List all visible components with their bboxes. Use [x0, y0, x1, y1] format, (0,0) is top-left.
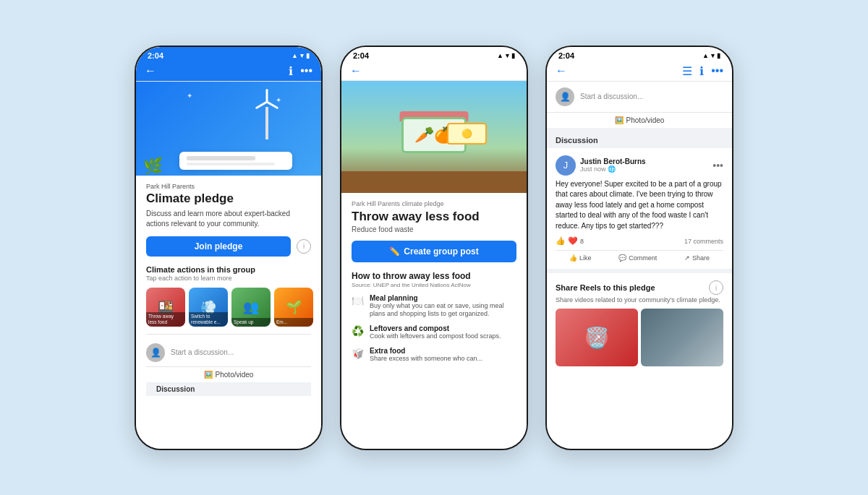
reels-card: Share Reels to this pledge i Share video…	[547, 273, 732, 366]
share-overlay-1: ↗	[586, 327, 608, 348]
photo-video-label-1: Photo/video	[216, 371, 254, 379]
wifi-icon-3: ▾	[711, 52, 715, 59]
phone-3: 2:04 ▲ ▾ ▮ ← ☰ ℹ ••• 👤 Start	[545, 46, 733, 450]
status-bar-2: 2:04 ▲ ▾ ▮	[341, 47, 527, 61]
phone1-content: Park Hill Parents Climate pledge Discuss…	[136, 176, 321, 449]
menu-icon-3[interactable]: ☰	[682, 64, 692, 78]
author-name: Justin Berot-Burns	[580, 158, 646, 165]
meal-title: Meal planning	[370, 294, 516, 302]
tile-energy-label: Switch to renewable e...	[189, 312, 228, 327]
tile-em[interactable]: 🌱 Em...	[274, 288, 313, 327]
reel-bg2	[641, 309, 723, 366]
time-3: 2:04	[558, 51, 574, 60]
nav-bar-3: ← ☰ ℹ •••	[547, 61, 732, 82]
battery-icon: ▮	[306, 52, 310, 59]
compost-desc: Cook with leftovers and compost food scr…	[370, 332, 501, 341]
nav-bar-1: ← ℹ •••	[136, 61, 321, 82]
info-circle-1[interactable]: i	[297, 239, 311, 254]
how-to-item-2: 🥡 Extra food Share excess with someone w…	[352, 347, 516, 363]
reel-thumb-2[interactable]	[641, 309, 723, 366]
status-bar-1: 2:04 ▲ ▾ ▮	[136, 47, 321, 61]
status-icons-3: ▲ ▾ ▮	[702, 52, 720, 59]
group-name-1: Park Hill Parents	[146, 183, 311, 190]
table-surface	[341, 171, 527, 193]
discussion-header-3: Discussion	[547, 132, 732, 148]
hero-card	[179, 152, 292, 170]
tile-speak-label: Speak up	[231, 318, 271, 327]
author-avatar: J	[556, 155, 576, 176]
comment-label: Comment	[629, 254, 657, 262]
extra-food-icon: 🥡	[352, 348, 364, 359]
phone-2: 2:04 ▲ ▾ ▮ ← 🥕🍊 🟡 Park Hill Parents clim…	[340, 46, 528, 450]
photo-video-row-3[interactable]: 🖼️ Photo/video	[547, 113, 732, 132]
start-discussion-3[interactable]: Start a discussion...	[580, 92, 643, 100]
post-input-area: 👤 Start a discussion...	[547, 82, 732, 113]
join-pledge-button[interactable]: Join pledge	[146, 236, 291, 257]
tile-food-label: Throw away less food	[146, 312, 185, 327]
pledge-sub-2: Park Hill Parents climate pledge	[352, 200, 516, 207]
reels-desc: Share videos related to your community's…	[556, 296, 723, 304]
join-pledge-row: Join pledge i	[146, 236, 311, 257]
action-bar: 👍 Like 💬 Comment ↗ Share	[556, 250, 723, 262]
signal-icon: ▲	[292, 52, 298, 59]
create-post-label: Create group post	[404, 246, 478, 257]
climate-actions-sub: Tap each action to learn more	[146, 275, 311, 282]
battery-icon-3: ▮	[717, 52, 720, 59]
sparkle-2: ✦	[276, 96, 281, 104]
reactions-row: 👍 ❤️ 8 17 comments	[556, 236, 723, 246]
reels-thumbnails: 🗑️ ↗	[556, 309, 723, 366]
wifi-icon-2: ▾	[506, 52, 509, 59]
reels-title: Share Reels to this pledge	[556, 283, 655, 292]
signal-icon-3: ▲	[702, 52, 709, 59]
leaves-decoration: 🌿	[143, 157, 163, 176]
status-icons-2: ▲ ▾ ▮	[497, 52, 515, 59]
reel-thumb-1[interactable]: 🗑️ ↗	[556, 309, 638, 366]
tile-food[interactable]: 🍱 Throw away less food	[146, 288, 185, 327]
avatar-1: 👤	[146, 343, 165, 362]
discussion-label-1: Discussion	[146, 382, 311, 396]
discussion-input-row-1: 👤 Start a discussion...	[146, 339, 311, 366]
tile-energy[interactable]: 💨 Switch to renewable e...	[189, 288, 228, 327]
tile-speak[interactable]: 👥 Speak up	[231, 288, 271, 327]
post-options[interactable]: •••	[712, 160, 723, 171]
back-icon-2[interactable]: ←	[350, 64, 362, 77]
post-text: Hey everyone! Super excited to be a part…	[556, 179, 723, 232]
action-tiles: 🍱 Throw away less food 💨 Switch to renew…	[146, 288, 311, 327]
globe-icon: 🌐	[608, 165, 616, 173]
start-discussion-text-1[interactable]: Start a discussion...	[171, 348, 311, 356]
more-icon-1[interactable]: •••	[300, 64, 312, 78]
reels-info-icon[interactable]: i	[709, 280, 723, 295]
extra-food-desc: Share excess with someone who can...	[370, 355, 482, 363]
wifi-icon: ▾	[300, 52, 304, 59]
back-icon-3[interactable]: ←	[556, 64, 567, 77]
tile-em-label: Em...	[274, 318, 313, 327]
action-subtitle-2: Reduce food waste	[352, 225, 516, 233]
status-bar-3: 2:04 ▲ ▾ ▮	[547, 47, 732, 61]
how-to-title: How to throw away less food	[352, 271, 516, 281]
sparkle-1: ✦	[187, 92, 192, 100]
food-container-small: 🟡	[447, 123, 487, 145]
create-post-button[interactable]: ✏️ Create group post	[352, 241, 516, 262]
post-card-3: J Justin Berot-Burns Just now 🌐 ••• H	[547, 148, 732, 274]
pledge-desc-1: Discuss and learn more about expert-back…	[146, 209, 311, 229]
back-icon-1[interactable]: ←	[145, 64, 156, 77]
phone2-content: Park Hill Parents climate pledge Throw a…	[341, 193, 527, 449]
post-author-info: J Justin Berot-Burns Just now 🌐	[556, 155, 646, 176]
phone2-hero: 🥕🍊 🟡	[341, 81, 527, 193]
divider-1	[146, 334, 311, 335]
like-button[interactable]: 👍 Like	[569, 254, 592, 262]
photo-video-btn-1[interactable]: 🖼️ Photo/video	[146, 366, 311, 382]
compost-title: Leftovers and compost	[370, 324, 501, 332]
more-icon-3[interactable]: •••	[711, 64, 723, 78]
pledge-title-1: Climate pledge	[146, 191, 311, 206]
time-1: 2:04	[148, 51, 163, 60]
like-icon: 👍	[569, 254, 577, 262]
climate-actions-title: Climate actions in this group	[146, 265, 311, 274]
how-to-item-1: ♻️ Leftovers and compost Cook with lefto…	[352, 324, 516, 341]
share-button[interactable]: ↗ Share	[684, 254, 710, 262]
info-icon-1[interactable]: ℹ	[289, 64, 293, 78]
reactions-left: 👍 ❤️ 8	[556, 236, 584, 246]
info-icon-3[interactable]: ℹ	[699, 64, 704, 78]
phone-1: 2:04 ▲ ▾ ▮ ← ℹ •••	[135, 46, 323, 450]
comment-button[interactable]: 💬 Comment	[618, 254, 657, 262]
